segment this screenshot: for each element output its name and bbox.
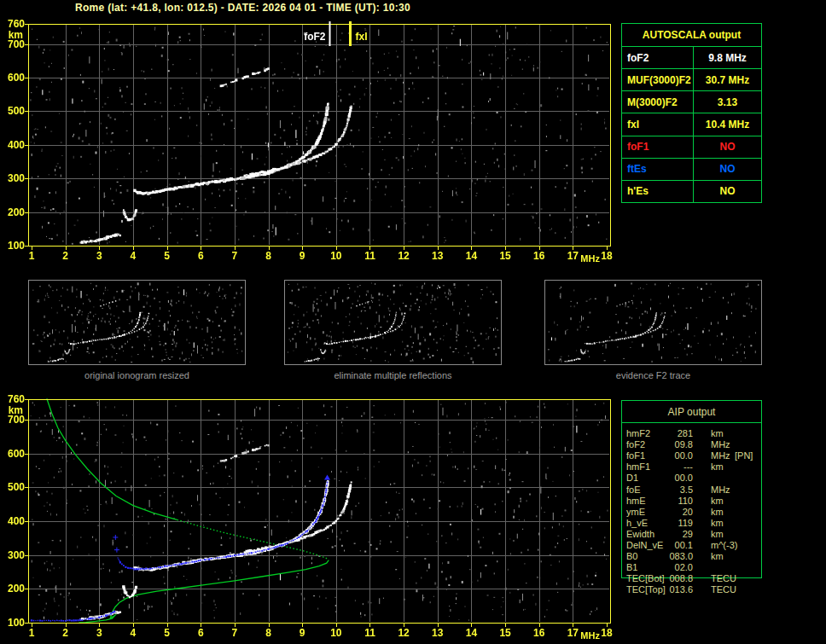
param-unit: km bbox=[711, 507, 724, 517]
param-value: 013.6 bbox=[654, 584, 693, 595]
param-value: 119 bbox=[654, 518, 693, 528]
param-value: 09.8 bbox=[654, 439, 693, 450]
param-label: B1 bbox=[626, 562, 637, 572]
table-row: h_vE119km bbox=[621, 518, 766, 529]
param-label: M(3000)F2 bbox=[622, 91, 694, 113]
table-row: TEC[Top]013.6TECU bbox=[621, 584, 766, 595]
param-value: 9.8 MHz bbox=[694, 47, 761, 68]
table-row: foF100.0MHz[PN] bbox=[621, 450, 766, 461]
param-unit: km bbox=[711, 518, 724, 528]
param-label: B0 bbox=[626, 551, 637, 561]
param-value: 083.0 bbox=[654, 551, 693, 561]
param-label: ftEs bbox=[622, 159, 694, 180]
param-label: foF1 bbox=[626, 450, 645, 461]
param-value: 02.0 bbox=[654, 562, 693, 572]
table-row: foE3.5MHz bbox=[621, 484, 766, 496]
table-row: fxI10.4 MHz bbox=[622, 113, 761, 135]
table-row: hmF1---km bbox=[621, 461, 766, 473]
table-row: B102.0 bbox=[621, 562, 766, 573]
param-unit: km bbox=[711, 428, 724, 438]
table-row: foF209.8MHz bbox=[621, 439, 766, 450]
param-value: 30.7 MHz bbox=[694, 69, 761, 90]
autoscala-table-title: AUTOSCALA output bbox=[622, 24, 761, 46]
param-label: fxI bbox=[622, 113, 694, 135]
aip-table-separator bbox=[621, 422, 762, 423]
param-label: MUF(3000)F2 bbox=[622, 69, 694, 90]
thumbnail-label: original ionogram resized bbox=[28, 370, 246, 380]
param-unit: MHz bbox=[711, 450, 730, 461]
param-value: 3.5 bbox=[654, 484, 693, 495]
param-value: 00.0 bbox=[654, 473, 693, 483]
param-unit: km bbox=[711, 551, 724, 561]
param-value: 10.4 MHz bbox=[694, 113, 761, 135]
table-row: B0083.0km bbox=[621, 551, 766, 562]
table-row: hmE110km bbox=[621, 496, 766, 507]
bottom-ionogram-canvas bbox=[0, 389, 618, 644]
table-row: TEC[Bot]008.8TECU bbox=[621, 573, 766, 584]
param-value: 00.1 bbox=[654, 540, 693, 550]
table-row: ftEsNO bbox=[622, 158, 761, 180]
param-extra: [PN] bbox=[735, 450, 753, 461]
ionogram-page: Rome (lat: +41.8, lon: 012.5) - DATE: 20… bbox=[0, 0, 826, 644]
param-label: foF2 bbox=[626, 439, 645, 450]
param-label: foF2 bbox=[622, 47, 694, 68]
param-value: 281 bbox=[654, 428, 693, 438]
param-unit: km bbox=[711, 529, 724, 539]
thumbnail-label: evidence F2 trace bbox=[544, 370, 762, 380]
param-value: 008.8 bbox=[654, 573, 693, 583]
table-row: ymE20km bbox=[621, 507, 766, 518]
param-unit: km bbox=[711, 461, 724, 472]
param-label: Ewidth bbox=[626, 529, 654, 539]
param-unit: MHz bbox=[711, 439, 730, 450]
table-row: Ewidth29km bbox=[621, 529, 766, 540]
param-label: foE bbox=[626, 484, 641, 495]
table-row: DelN_vE00.1m^(-3) bbox=[621, 540, 766, 551]
param-label: hmF1 bbox=[626, 461, 650, 472]
param-label: ymE bbox=[626, 507, 645, 517]
param-label: hmE bbox=[626, 496, 646, 506]
param-value: 00.0 bbox=[654, 450, 693, 461]
autoscala-output-table: AUTOSCALA output foF29.8 MHzMUF(3000)F23… bbox=[621, 23, 762, 203]
table-row: MUF(3000)F230.7 MHz bbox=[622, 68, 761, 90]
table-row: foF29.8 MHz bbox=[622, 46, 761, 68]
aip-output-table: AIP output hmF2281kmfoF209.8MHzfoF100.0M… bbox=[621, 400, 766, 601]
param-unit: m^(-3) bbox=[711, 540, 737, 550]
param-value: --- bbox=[654, 461, 693, 472]
param-label: D1 bbox=[626, 473, 638, 483]
table-row: M(3000)F23.13 bbox=[622, 90, 761, 113]
table-row: hmF2281km bbox=[621, 428, 766, 439]
param-value: NO bbox=[694, 181, 761, 202]
param-label: h'Es bbox=[622, 181, 694, 202]
param-value: 3.13 bbox=[694, 91, 761, 113]
table-row: D100.0 bbox=[621, 473, 766, 484]
param-value: NO bbox=[694, 159, 761, 180]
param-value: 20 bbox=[654, 507, 693, 517]
param-value: NO bbox=[694, 136, 761, 158]
thumbnail-label: eliminate multiple reflections bbox=[284, 370, 502, 380]
thumbnail-evidence-f2-trace bbox=[544, 280, 762, 365]
param-value: 29 bbox=[654, 529, 693, 539]
thumbnail-eliminate-reflections bbox=[284, 280, 502, 365]
param-label: foF1 bbox=[622, 136, 694, 158]
param-value: 110 bbox=[654, 496, 693, 506]
param-label: hmF2 bbox=[626, 428, 650, 438]
param-unit: MHz bbox=[711, 484, 730, 495]
param-unit: TECU bbox=[711, 573, 736, 583]
table-row: h'EsNO bbox=[622, 180, 761, 202]
param-unit: TECU bbox=[711, 584, 736, 595]
aip-table-title: AIP output bbox=[621, 406, 762, 418]
param-unit: km bbox=[711, 496, 724, 506]
top-ionogram-canvas bbox=[0, 15, 618, 268]
param-label: h_vE bbox=[626, 518, 648, 528]
page-title: Rome (lat: +41.8, lon: 012.5) - DATE: 20… bbox=[75, 2, 410, 14]
table-row: foF1NO bbox=[622, 136, 761, 158]
thumbnail-original-ionogram bbox=[28, 280, 246, 365]
